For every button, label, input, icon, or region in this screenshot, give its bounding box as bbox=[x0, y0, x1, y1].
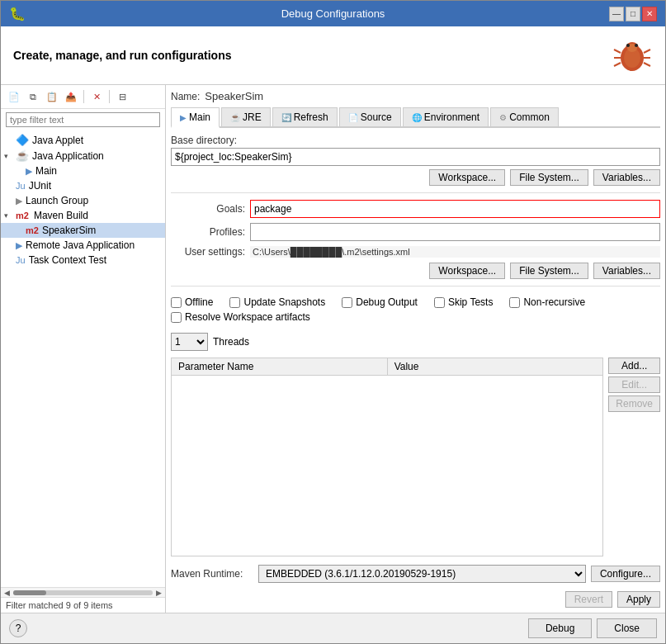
svg-point-11 bbox=[624, 48, 640, 68]
tab-label: Common bbox=[509, 111, 550, 123]
bug-logo-icon bbox=[612, 35, 653, 76]
tab-common[interactable]: ⚙ Common bbox=[490, 107, 559, 126]
duplicate-button[interactable]: ⧉ bbox=[25, 88, 41, 105]
edit-param-button[interactable]: Edit... bbox=[608, 376, 660, 393]
file-system-button-1[interactable]: File System... bbox=[510, 169, 588, 186]
tab-jre[interactable]: ☕ JRE bbox=[221, 107, 271, 126]
non-recursive-checkbox-label[interactable]: Non-recursive bbox=[509, 296, 585, 308]
tab-label: Refresh bbox=[294, 111, 328, 123]
task-context-icon: Ju bbox=[16, 255, 26, 265]
footer-left: ? bbox=[9, 619, 27, 637]
scroll-left-icon[interactable]: ◀ bbox=[4, 589, 10, 597]
title-bar: 🐛 Debug Configurations — □ ✕ bbox=[1, 1, 665, 26]
base-directory-input[interactable] bbox=[171, 148, 660, 166]
remote-app-icon: ▶ bbox=[16, 240, 22, 251]
add-param-button[interactable]: Add... bbox=[608, 358, 660, 374]
collapse-all-button[interactable]: ⊟ bbox=[114, 88, 130, 105]
workspace-button-2[interactable]: Workspace... bbox=[429, 263, 505, 279]
junit-icon: Ju bbox=[16, 181, 26, 191]
close-window-button[interactable]: ✕ bbox=[642, 7, 657, 21]
goals-input[interactable] bbox=[250, 200, 660, 218]
offline-checkbox[interactable] bbox=[171, 297, 182, 308]
profiles-input[interactable] bbox=[250, 223, 660, 241]
params-table-container: Parameter Name Value Add... Edit... Remo… bbox=[171, 358, 660, 556]
offline-checkbox-label[interactable]: Offline bbox=[171, 296, 213, 308]
tree-item-task-context-test[interactable]: Ju Task Context Test bbox=[1, 253, 165, 268]
tab-refresh[interactable]: 🔄 Refresh bbox=[272, 107, 338, 126]
tab-label: Source bbox=[361, 111, 392, 123]
java-application-icon: ☕ bbox=[16, 149, 29, 162]
tree-item-label: Launch Group bbox=[26, 195, 88, 206]
sidebar-scrollbar[interactable]: ◀ ▶ bbox=[1, 587, 165, 597]
tree-item-label: Remote Java Application bbox=[26, 239, 135, 251]
tree-item-java-application[interactable]: ▾ ☕ Java Application bbox=[1, 148, 165, 163]
tab-source[interactable]: 📄 Source bbox=[339, 107, 401, 126]
maven-runtime-select[interactable]: EMBEDDED (3.6.1/1.12.0.20190529-1915) bbox=[258, 565, 586, 583]
skip-tests-checkbox[interactable] bbox=[434, 297, 445, 308]
export-button[interactable]: 📤 bbox=[63, 88, 79, 105]
tab-bar: ▶ Main ☕ JRE 🔄 Refresh 📄 Source 🌐 E bbox=[171, 107, 660, 128]
title-bar-left: 🐛 bbox=[9, 6, 26, 21]
update-snapshots-checkbox-label[interactable]: Update Snapshots bbox=[229, 296, 325, 308]
update-snapshots-label: Update Snapshots bbox=[243, 296, 325, 308]
svg-line-8 bbox=[644, 50, 650, 53]
update-snapshots-checkbox[interactable] bbox=[229, 297, 240, 308]
new-from-clipboard-button[interactable]: 📋 bbox=[44, 88, 60, 105]
minimize-button[interactable]: — bbox=[609, 7, 624, 21]
variables-button-2[interactable]: Variables... bbox=[593, 263, 660, 279]
workspace-button-1[interactable]: Workspace... bbox=[429, 169, 505, 186]
debug-button[interactable]: Debug bbox=[528, 618, 592, 638]
title-bar-title: Debug Configurations bbox=[281, 7, 385, 20]
tree-item-label: Task Context Test bbox=[29, 254, 107, 266]
new-config-button[interactable]: 📄 bbox=[6, 88, 22, 105]
tree-item-remote-java-application[interactable]: ▶ Remote Java Application bbox=[1, 238, 165, 253]
checkboxes-row: Offline Update Snapshots Debug Output Sk… bbox=[171, 293, 660, 326]
remove-param-button[interactable]: Remove bbox=[608, 395, 660, 412]
maximize-button[interactable]: □ bbox=[626, 7, 640, 21]
threads-row: 1 2 4 Threads bbox=[171, 331, 660, 353]
jre-tab-icon: ☕ bbox=[230, 113, 240, 122]
tree-item-java-applet[interactable]: 🔷 Java Applet bbox=[1, 132, 165, 148]
tab-label: Main bbox=[189, 111, 210, 123]
tree-item-launch-group[interactable]: ▶ Launch Group bbox=[1, 193, 165, 208]
debug-output-checkbox[interactable] bbox=[342, 297, 352, 308]
threads-select[interactable]: 1 2 4 bbox=[171, 333, 208, 351]
resolve-workspace-checkbox-label[interactable]: Resolve Workspace artifacts bbox=[171, 311, 660, 323]
tree-item-maven-build[interactable]: ▾ m2 Maven Build bbox=[1, 208, 165, 223]
tree-item-junit[interactable]: Ju JUnit bbox=[1, 178, 165, 193]
tree-item-main[interactable]: ▶ Main bbox=[1, 163, 165, 178]
tree-item-speakersim[interactable]: m2 SpeakerSim bbox=[1, 223, 165, 238]
variables-button-1[interactable]: Variables... bbox=[593, 169, 660, 186]
tab-environment[interactable]: 🌐 Environment bbox=[403, 107, 489, 126]
apply-button[interactable]: Apply bbox=[617, 591, 660, 608]
tab-main[interactable]: ▶ Main bbox=[171, 107, 220, 128]
header-title: Create, manage, and run configurations bbox=[13, 49, 232, 62]
revert-button[interactable]: Revert bbox=[565, 591, 612, 608]
resolve-workspace-checkbox[interactable] bbox=[171, 312, 182, 323]
close-button[interactable]: Close bbox=[597, 618, 657, 638]
tree-item-label: SpeakerSim bbox=[42, 225, 96, 236]
env-tab-icon: 🌐 bbox=[412, 113, 422, 122]
tab-label: Environment bbox=[424, 111, 479, 123]
non-recursive-label: Non-recursive bbox=[523, 296, 585, 308]
goals-label: Goals: bbox=[171, 203, 245, 215]
scroll-right-icon[interactable]: ▶ bbox=[156, 589, 162, 597]
help-button[interactable]: ? bbox=[9, 619, 27, 637]
toolbar-separator2 bbox=[109, 90, 110, 103]
offline-label: Offline bbox=[185, 296, 213, 308]
delete-button[interactable]: ✕ bbox=[88, 88, 105, 105]
config-tree: 🔷 Java Applet ▾ ☕ Java Application ▶ Mai… bbox=[1, 130, 165, 587]
debug-output-checkbox-label[interactable]: Debug Output bbox=[342, 296, 418, 308]
non-recursive-checkbox[interactable] bbox=[509, 297, 520, 308]
file-system-button-2[interactable]: File System... bbox=[510, 263, 588, 279]
main-content: 📄 ⧉ 📋 📤 ✕ ⊟ 🔷 Java Applet bbox=[1, 85, 665, 613]
skip-tests-label: Skip Tests bbox=[448, 296, 493, 308]
configure-runtime-button[interactable]: Configure... bbox=[591, 566, 660, 582]
main-window: 🐛 Debug Configurations — □ ✕ Create, man… bbox=[0, 0, 666, 644]
tree-item-label: Java Applet bbox=[32, 135, 83, 146]
filter-input[interactable] bbox=[6, 112, 160, 127]
name-label: Name: bbox=[171, 91, 200, 102]
user-settings-row: User settings: C:\Users\████████\.m2\set… bbox=[171, 246, 660, 258]
user-settings-value: C:\Users\████████\.m2\settings.xml bbox=[250, 246, 660, 258]
skip-tests-checkbox-label[interactable]: Skip Tests bbox=[434, 296, 493, 308]
